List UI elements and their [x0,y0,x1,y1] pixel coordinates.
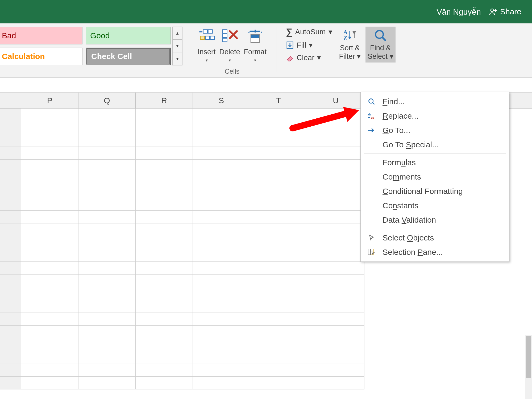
cell[interactable] [250,313,307,326]
menu-selection-pane[interactable]: Selection Pane... [361,245,509,259]
cell[interactable] [136,147,193,160]
cell[interactable] [136,134,193,147]
cell[interactable] [250,198,307,211]
cell[interactable] [307,275,364,287]
cell[interactable] [307,377,364,389]
cell[interactable] [307,109,364,121]
cell[interactable] [250,275,307,287]
cell[interactable] [21,326,78,338]
cell[interactable] [21,211,78,223]
cell[interactable] [78,262,136,275]
clear-button[interactable]: Clear ▾ [286,53,332,62]
cell[interactable] [193,109,250,121]
cell[interactable] [250,326,307,338]
cell[interactable] [193,338,250,351]
gallery-more-button[interactable]: ▾ [173,52,182,65]
cell[interactable] [78,236,136,249]
menu-formulas[interactable]: Formulas [361,155,509,170]
style-check-cell[interactable]: Check Cell [86,48,171,65]
cell[interactable] [21,223,78,236]
cell[interactable] [193,262,250,275]
cell[interactable] [250,134,307,147]
cell[interactable] [21,377,78,389]
cell[interactable] [21,313,78,326]
menu-conditional-formatting[interactable]: Conditional Formatting [361,184,509,198]
column-header[interactable]: U [307,93,364,108]
cell[interactable] [78,198,136,211]
cell[interactable] [136,236,193,249]
cell[interactable] [250,109,307,121]
row-header[interactable] [0,160,21,172]
row-header[interactable] [0,300,21,313]
row-header[interactable] [0,377,21,389]
cell[interactable] [78,211,136,223]
row-header[interactable] [0,121,21,134]
cell[interactable] [136,326,193,338]
row-header[interactable] [0,109,21,121]
share-button[interactable]: Share [489,7,521,16]
cell[interactable] [136,262,193,275]
row-header[interactable] [0,351,21,364]
cell[interactable] [21,236,78,249]
cell[interactable] [21,198,78,211]
format-button[interactable]: Format ▾ [244,27,267,63]
cell[interactable] [307,211,364,223]
row-header[interactable] [0,287,21,300]
cell[interactable] [78,109,136,121]
cell[interactable] [21,351,78,364]
cell[interactable] [250,249,307,262]
sort-filter-button[interactable]: AZ Sort &Filter ▾ [337,27,363,63]
cell[interactable] [21,172,78,185]
autosum-button[interactable]: ∑ AutoSum ▾ [286,27,332,37]
cell[interactable] [136,338,193,351]
cell[interactable] [250,287,307,300]
gallery-down-button[interactable]: ▼ [173,40,182,52]
cell[interactable] [307,351,364,364]
cell[interactable] [250,338,307,351]
cell-styles-gallery[interactable]: Bad Good Calculation Check Cell ▲ ▼ ▾ [0,27,182,65]
cell[interactable] [21,287,78,300]
cell[interactable] [136,185,193,198]
cell[interactable] [250,121,307,134]
row-header[interactable] [0,313,21,326]
cell[interactable] [21,262,78,275]
column-header[interactable]: T [250,93,307,108]
cell[interactable] [78,338,136,351]
insert-button[interactable]: Insert ▾ [198,27,216,63]
cell[interactable] [193,160,250,172]
menu-comments[interactable]: Comments [361,170,509,184]
cell[interactable] [21,109,78,121]
cell[interactable] [193,134,250,147]
cell[interactable] [250,172,307,185]
select-all-corner[interactable] [0,93,21,108]
cell[interactable] [250,377,307,389]
style-good[interactable]: Good [86,27,171,44]
cell[interactable] [136,211,193,223]
cell[interactable] [307,236,364,249]
cell[interactable] [193,211,250,223]
cell[interactable] [136,313,193,326]
cell[interactable] [307,172,364,185]
column-header[interactable]: S [193,93,250,108]
formula-bar[interactable] [0,78,532,93]
cell[interactable] [136,377,193,389]
cell[interactable] [250,160,307,172]
cell[interactable] [78,185,136,198]
cell[interactable] [250,211,307,223]
cell[interactable] [136,109,193,121]
cell[interactable] [78,172,136,185]
cell[interactable] [136,172,193,185]
row-header[interactable] [0,211,21,223]
cell[interactable] [21,249,78,262]
column-header[interactable]: P [21,93,78,108]
cell[interactable] [193,326,250,338]
cell[interactable] [78,275,136,287]
cell[interactable] [193,313,250,326]
row-header[interactable] [0,147,21,160]
column-header[interactable]: R [136,93,193,108]
cell[interactable] [307,223,364,236]
style-calculation[interactable]: Calculation [0,48,82,65]
cell[interactable] [250,223,307,236]
cell[interactable] [250,300,307,313]
cell[interactable] [250,147,307,160]
